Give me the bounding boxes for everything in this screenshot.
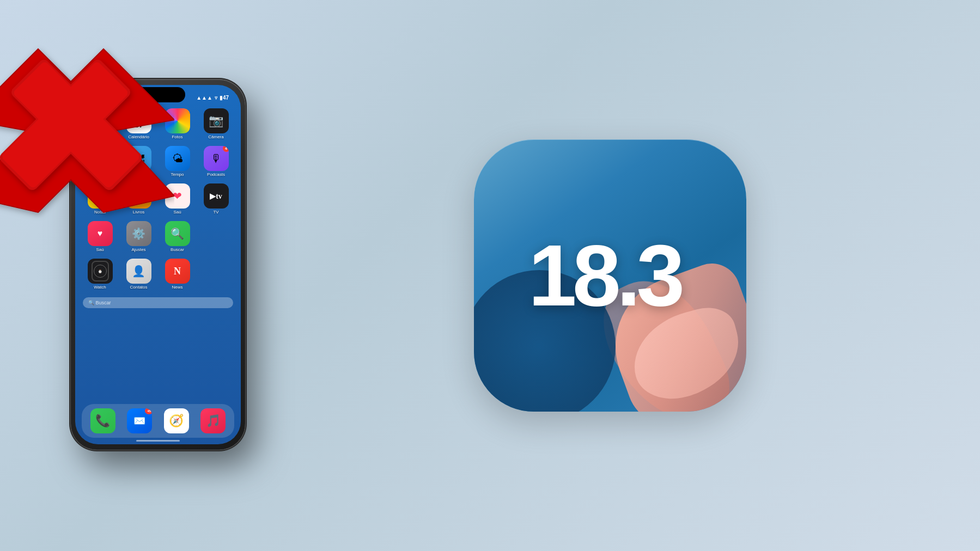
app-item-books[interactable]: 📚 Livros bbox=[121, 183, 156, 215]
books-icon: 📚 bbox=[126, 183, 151, 209]
search-bar[interactable]: 🔍 Buscar bbox=[83, 297, 233, 308]
app-item-maps[interactable]: 🗺 Mapas bbox=[121, 146, 156, 177]
status-time: 4:24 bbox=[87, 94, 101, 102]
clock-icon: 🕐 bbox=[88, 146, 113, 171]
podcasts-icon: 🎙 4 bbox=[204, 146, 229, 171]
messages-label: Mensagens bbox=[89, 134, 111, 139]
app-item-empty2 bbox=[199, 259, 233, 290]
signal-icon: ▲▲▲ bbox=[196, 95, 212, 101]
contatos-label: Contatos bbox=[130, 285, 147, 290]
messages-icon: 💬 6 bbox=[88, 108, 113, 133]
app-item-buscar[interactable]: 🔍 Buscar bbox=[160, 221, 194, 252]
dock-item-safari[interactable]: 🧭 bbox=[160, 408, 193, 433]
iphone-screen: 4:24 ▲▲▲ ▿ ▮47 💬 6 Mensagens bbox=[75, 85, 241, 444]
app-grid-row4: ♥ Saú ⚙️ Ajustes 🔍 Buscar bbox=[75, 217, 241, 256]
dock-item-phone[interactable]: 📞 bbox=[86, 408, 120, 433]
podcasts-label: Podcasts bbox=[207, 172, 225, 177]
app-item-saude2[interactable]: ♥ Saú bbox=[83, 221, 117, 252]
app-item-messages[interactable]: 💬 6 Mensagens bbox=[83, 108, 117, 139]
calendar-label: Calendário bbox=[128, 134, 149, 139]
saude-icon: ❤ bbox=[165, 183, 190, 209]
mail-icon: ✉️ 45 bbox=[127, 408, 152, 433]
app-grid-row3: 📝 Notas 📚 Livros ❤ Saú bbox=[75, 179, 241, 219]
podcasts-badge: 4 bbox=[223, 146, 229, 152]
app-item-photos[interactable]: Fotos bbox=[160, 108, 194, 139]
saude2-label: Saú bbox=[96, 247, 104, 252]
phone-icon: 📞 bbox=[90, 408, 115, 433]
app-item-camera[interactable]: 📷 Câmera bbox=[199, 108, 233, 139]
buscar-label: Buscar bbox=[171, 247, 184, 252]
app-grid-row1: 💬 6 Mensagens TER. 17 Calendário bbox=[75, 104, 241, 144]
camera-icon: 📷 bbox=[204, 108, 229, 133]
clock-label: Relógio bbox=[93, 172, 107, 177]
app-grid-row2: 🕐 Relógio 🗺 Mapas 🌤 Tempo bbox=[75, 142, 241, 181]
status-icons: ▲▲▲ ▿ ▮47 bbox=[196, 95, 229, 101]
tv-icon: ▶tv bbox=[204, 183, 229, 209]
saude2-icon: ♥ bbox=[88, 221, 113, 246]
notes-label: Notas bbox=[94, 210, 106, 215]
news-label: News bbox=[172, 285, 182, 290]
watch-face-inner: ⌚ bbox=[94, 265, 107, 278]
safari-icon: 🧭 bbox=[164, 408, 189, 433]
app-item-news[interactable]: N News bbox=[160, 259, 194, 290]
photos-icon bbox=[165, 108, 190, 133]
app-item-contatos[interactable]: 👤 Contatos bbox=[121, 259, 156, 290]
weather-label: Tempo bbox=[171, 172, 184, 177]
phone-section: 4:24 ▲▲▲ ▿ ▮47 💬 6 Mensagens bbox=[0, 0, 283, 551]
notes-icon: 📝 bbox=[88, 183, 113, 209]
ajustes-label: Ajustes bbox=[131, 247, 145, 252]
app-item-ajustes[interactable]: ⚙️ Ajustes bbox=[121, 221, 156, 252]
dock: 📞 ✉️ 45 🧭 bbox=[82, 404, 234, 438]
ios-logo-section: 18.3 bbox=[283, 139, 980, 412]
music-icon: 🎵 bbox=[200, 408, 226, 433]
watch-icon: ⌚ bbox=[88, 259, 113, 284]
app-grid-row5: ⌚ Watch 👤 Contatos N Ne bbox=[75, 254, 241, 294]
watch-label: Watch bbox=[94, 285, 106, 290]
buscar-icon: 🔍 bbox=[165, 221, 190, 246]
ios-badge-background: 18.3 bbox=[474, 139, 746, 412]
messages-badge: 6 bbox=[107, 108, 113, 114]
weather-icon: 🌤 bbox=[165, 146, 190, 171]
iphone-device: 4:24 ▲▲▲ ▿ ▮47 💬 6 Mensagens bbox=[71, 79, 245, 450]
app-item-saude[interactable]: ❤ Saú bbox=[160, 183, 194, 215]
app-item-podcasts[interactable]: 🎙 4 Podcasts bbox=[199, 146, 233, 177]
tv-label: TV bbox=[213, 210, 218, 215]
mail-badge: 45 bbox=[145, 408, 152, 414]
maps-label: Mapas bbox=[132, 172, 145, 177]
saude-label: Saú bbox=[173, 210, 181, 215]
dock-item-music[interactable]: 🎵 bbox=[197, 408, 230, 433]
books-label: Livros bbox=[133, 210, 144, 215]
ios-version-text: 18.3 bbox=[528, 232, 680, 319]
search-bar-text: 🔍 Buscar bbox=[88, 300, 111, 305]
dynamic-island bbox=[131, 87, 185, 102]
app-item-calendar[interactable]: TER. 17 Calendário bbox=[121, 108, 156, 139]
app-item-notes[interactable]: 📝 Notas bbox=[83, 183, 117, 215]
wifi-icon: ▿ bbox=[215, 95, 217, 101]
ios-badge: 18.3 bbox=[474, 139, 746, 412]
calendar-day: 17 bbox=[133, 118, 144, 129]
camera-label: Câmera bbox=[208, 134, 223, 139]
app-item-watch[interactable]: ⌚ Watch bbox=[83, 259, 117, 290]
maps-icon: 🗺 bbox=[126, 146, 151, 171]
calendar-icon: TER. 17 bbox=[126, 108, 151, 133]
photos-label: Fotos bbox=[172, 134, 182, 139]
home-indicator bbox=[136, 440, 180, 442]
app-item-tv[interactable]: ▶tv TV bbox=[199, 183, 233, 215]
dock-item-mail[interactable]: ✉️ 45 bbox=[123, 408, 157, 433]
ajustes-icon: ⚙️ bbox=[126, 221, 151, 246]
app-item-clock[interactable]: 🕐 Relógio bbox=[83, 146, 117, 177]
app-item-empty bbox=[199, 221, 233, 252]
contatos-icon: 👤 bbox=[126, 259, 151, 284]
news-icon: N bbox=[165, 259, 190, 284]
app-item-weather[interactable]: 🌤 Tempo bbox=[160, 146, 194, 177]
battery-icon: ▮47 bbox=[220, 95, 229, 101]
